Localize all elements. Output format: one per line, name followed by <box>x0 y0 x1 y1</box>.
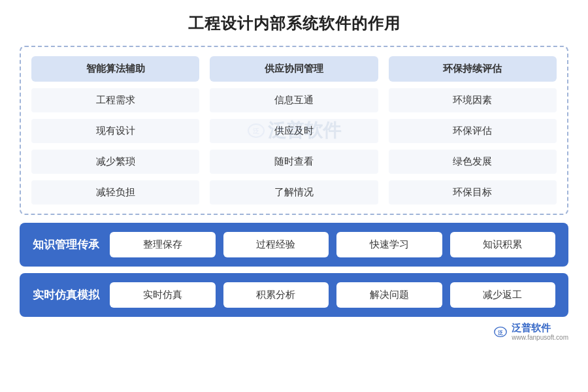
bottom-sections: 知识管理传承 整理保存 过程经验 快速学习 知识积累 实时仿真模拟 实时仿真 积… <box>20 223 568 317</box>
logo-icon: 泛 <box>493 325 508 339</box>
simulation-tag-2: 积累分析 <box>223 282 329 308</box>
cell-r3-c3: 绿色发展 <box>389 150 557 174</box>
knowledge-tags: 整理保存 过程经验 快速学习 知识积累 <box>110 232 555 257</box>
simulation-tag-3: 解决问题 <box>336 282 442 308</box>
simulation-tag-4: 减少返工 <box>450 282 556 308</box>
knowledge-tag-2: 过程经验 <box>223 232 329 257</box>
svg-text:泛: 泛 <box>498 330 504 336</box>
logo-text: 泛普软件 www.fanpusoft.com <box>512 322 568 342</box>
cell-r4-c1: 减轻负担 <box>31 180 199 204</box>
cell-r1-c1: 工程需求 <box>31 88 199 112</box>
knowledge-label: 知识管理传承 <box>33 237 99 252</box>
logo-main-text: 泛普软件 <box>512 322 568 334</box>
cell-r2-c3: 环保评估 <box>389 119 557 143</box>
simulation-tag-1: 实时仿真 <box>110 282 216 308</box>
top-section: 泛 泛普软件 智能算法辅助 供应协同管理 环保持续评估 工程需求 信息互通 环境… <box>20 46 568 215</box>
top-grid: 智能算法辅助 供应协同管理 环保持续评估 工程需求 信息互通 环境因素 现有设计… <box>31 56 557 204</box>
header-col-2: 供应协同管理 <box>210 56 378 82</box>
cell-r4-c3: 环保目标 <box>389 180 557 204</box>
cell-r2-c1: 现有设计 <box>31 119 199 143</box>
logo-sub-text: www.fanpusoft.com <box>512 334 568 342</box>
knowledge-tag-3: 快速学习 <box>336 232 442 257</box>
cell-r1-c2: 信息互通 <box>210 88 378 112</box>
cell-r4-c2: 了解情况 <box>210 180 378 204</box>
simulation-tags: 实时仿真 积累分析 解决问题 减少返工 <box>110 282 555 308</box>
cell-r1-c3: 环境因素 <box>389 88 557 112</box>
simulation-label: 实时仿真模拟 <box>33 287 99 302</box>
page-title: 工程设计内部系统软件的作用 <box>188 13 400 34</box>
simulation-section: 实时仿真模拟 实时仿真 积累分析 解决问题 减少返工 <box>20 273 568 317</box>
header-col-1: 智能算法辅助 <box>31 56 199 82</box>
knowledge-tag-4: 知识积累 <box>450 232 556 257</box>
header-col-3: 环保持续评估 <box>389 56 557 82</box>
cell-r2-c2: 供应及时 <box>210 119 378 143</box>
cell-r3-c2: 随时查看 <box>210 150 378 174</box>
cell-r3-c1: 减少繁琐 <box>31 150 199 174</box>
knowledge-section: 知识管理传承 整理保存 过程经验 快速学习 知识积累 <box>20 223 568 267</box>
logo-area: 泛 泛普软件 www.fanpusoft.com <box>20 322 568 342</box>
knowledge-tag-1: 整理保存 <box>110 232 216 257</box>
